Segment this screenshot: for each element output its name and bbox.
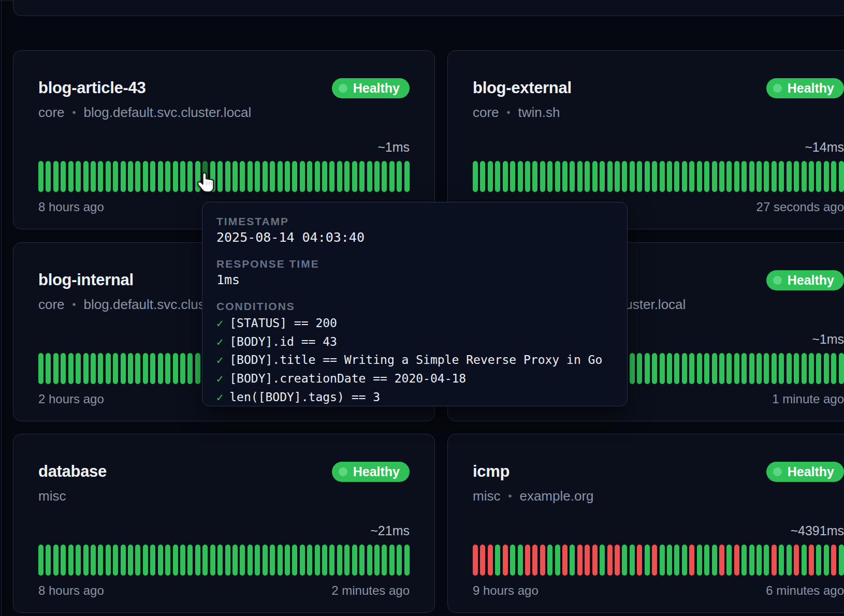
uptime-bar[interactable] (128, 161, 133, 192)
uptime-bar[interactable] (352, 161, 357, 192)
uptime-bar[interactable] (255, 161, 260, 192)
uptime-bar[interactable] (344, 545, 350, 576)
uptime-bar[interactable] (248, 545, 253, 576)
uptime-bar[interactable] (322, 545, 327, 576)
uptime-bar[interactable] (135, 545, 140, 576)
uptime-bar[interactable] (645, 161, 650, 192)
uptime-bar[interactable] (232, 161, 238, 192)
uptime-bar[interactable] (83, 545, 89, 576)
uptime-bar[interactable] (577, 161, 583, 192)
uptime-bar[interactable] (83, 353, 89, 384)
uptime-bar[interactable] (809, 161, 814, 192)
uptime-bar[interactable] (532, 161, 537, 192)
uptime-bar[interactable] (547, 545, 552, 576)
uptime-bar[interactable] (38, 545, 43, 576)
uptime-bar[interactable] (734, 353, 739, 384)
uptime-bar[interactable] (719, 353, 724, 384)
uptime-bar[interactable] (704, 161, 709, 192)
uptime-bar[interactable] (562, 161, 567, 192)
uptime-bar[interactable] (570, 545, 575, 576)
uptime-bar[interactable] (764, 161, 769, 192)
uptime-bar[interactable] (217, 545, 223, 576)
uptime-bar[interactable] (397, 545, 402, 576)
uptime-bar[interactable] (180, 161, 185, 192)
uptime-bar[interactable] (802, 161, 807, 192)
uptime-bar[interactable] (682, 353, 687, 384)
uptime-bar[interactable] (674, 353, 679, 384)
uptime-bar[interactable] (322, 161, 327, 192)
uptime-bar[interactable] (824, 545, 829, 576)
uptime-bar[interactable] (592, 545, 598, 576)
uptime-bar[interactable] (263, 545, 268, 576)
uptime-bar[interactable] (76, 353, 81, 384)
uptime-bar[interactable] (652, 161, 657, 192)
uptime-bar[interactable] (839, 353, 844, 384)
uptime-bar[interactable] (689, 161, 694, 192)
uptime-bar[interactable] (824, 353, 829, 384)
uptime-bar[interactable] (46, 353, 51, 384)
uptime-bar[interactable] (165, 161, 170, 192)
uptime-bar[interactable] (187, 161, 193, 192)
uptime-bar[interactable] (682, 161, 687, 192)
uptime-bar[interactable] (98, 353, 103, 384)
uptime-bar[interactable] (809, 545, 814, 576)
uptime-bar[interactable] (150, 545, 155, 576)
uptime-bar[interactable] (787, 161, 792, 192)
uptime-bar[interactable] (76, 161, 81, 192)
uptime-bar[interactable] (98, 545, 103, 576)
uptime-bar[interactable] (195, 545, 200, 576)
uptime-bar[interactable] (660, 161, 665, 192)
uptime-bar[interactable] (113, 161, 118, 192)
uptime-bar[interactable] (585, 161, 590, 192)
uptime-bar[interactable] (689, 353, 694, 384)
uptime-bar[interactable] (607, 161, 613, 192)
uptime-bar[interactable] (749, 353, 754, 384)
uptime-bar[interactable] (667, 353, 672, 384)
uptime-bar[interactable] (630, 545, 635, 576)
uptime-bar[interactable] (637, 545, 642, 576)
uptime-bar[interactable] (352, 545, 357, 576)
uptime-bar[interactable] (300, 161, 305, 192)
service-card-database[interactable]: database Healthy misc ~21ms 8 hours ago … (13, 434, 435, 613)
uptime-bar[interactable] (712, 353, 717, 384)
uptime-bar[interactable] (667, 161, 672, 192)
uptime-bar[interactable] (637, 161, 642, 192)
uptime-bar[interactable] (270, 161, 275, 192)
uptime-bar[interactable] (510, 545, 515, 576)
uptime-bar[interactable] (180, 353, 185, 384)
uptime-bar[interactable] (307, 161, 312, 192)
uptime-bar[interactable] (202, 545, 208, 576)
uptime-bar[interactable] (645, 353, 650, 384)
uptime-bar[interactable] (697, 545, 702, 576)
uptime-bar[interactable] (367, 545, 372, 576)
uptime-bar[interactable] (106, 353, 111, 384)
uptime-bar[interactable] (772, 353, 777, 384)
uptime-bar[interactable] (61, 353, 66, 384)
uptime-bar[interactable] (794, 353, 799, 384)
uptime-bar[interactable] (248, 161, 253, 192)
uptime-bar[interactable] (622, 161, 627, 192)
uptime-bar[interactable] (106, 545, 111, 576)
uptime-bar[interactable] (135, 161, 140, 192)
uptime-bar[interactable] (329, 161, 334, 192)
uptime-bar[interactable] (570, 161, 575, 192)
uptime-bar[interactable] (121, 353, 126, 384)
uptime-bar[interactable] (38, 353, 43, 384)
uptime-bar[interactable] (637, 353, 642, 384)
uptime-bar[interactable] (630, 161, 635, 192)
uptime-bar[interactable] (525, 545, 530, 576)
uptime-bar[interactable] (113, 545, 118, 576)
uptime-bar[interactable] (674, 161, 679, 192)
uptime-bar[interactable] (473, 545, 478, 576)
uptime-bar[interactable] (518, 545, 523, 576)
uptime-bar[interactable] (225, 161, 230, 192)
uptime-bar[interactable] (652, 545, 657, 576)
uptime-bar[interactable] (839, 545, 844, 576)
uptime-bar[interactable] (802, 545, 807, 576)
uptime-bar[interactable] (187, 353, 193, 384)
uptime-bar[interactable] (232, 545, 238, 576)
uptime-bar[interactable] (779, 545, 784, 576)
uptime-bar[interactable] (337, 161, 342, 192)
uptime-bar[interactable] (645, 545, 650, 576)
uptime-bar[interactable] (46, 161, 51, 192)
